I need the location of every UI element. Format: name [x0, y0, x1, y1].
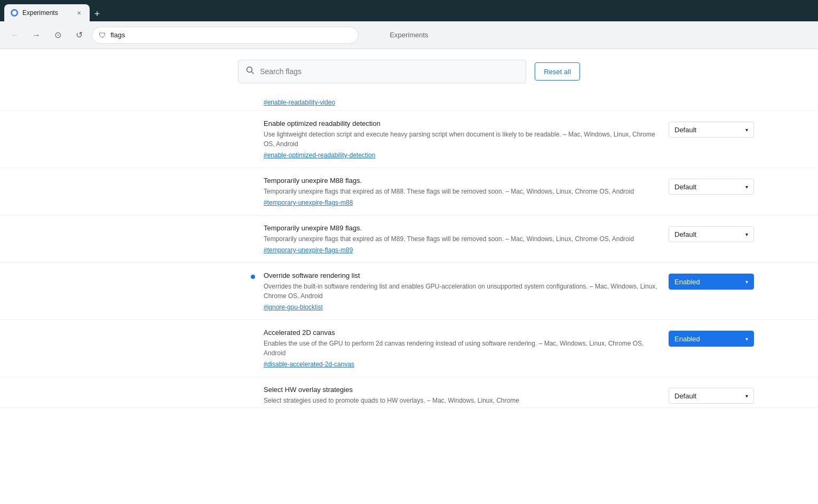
forward-button[interactable]: → — [28, 27, 45, 44]
svg-point-0 — [12, 11, 17, 15]
flag-description: Enables the use of the GPU to perform 2d… — [264, 339, 658, 358]
chevron-down-icon: ▾ — [745, 279, 748, 285]
flag-item-accelerated-canvas: Accelerated 2D canvas Enables the use of… — [0, 320, 818, 377]
flag-description: Select strategies used to promote quads … — [264, 396, 658, 405]
flag-control: Default ▾ — [669, 226, 754, 242]
dropdown-value: Default — [674, 126, 696, 134]
tab-close-button[interactable]: ✕ — [75, 9, 83, 17]
reset-all-button[interactable]: Reset all — [535, 62, 580, 81]
nav-bar: ← → ⊙ ↺ 🛡 flags Experiments — [0, 21, 818, 49]
flag-link[interactable]: #ignore-gpu-blocklist — [264, 303, 323, 311]
new-tab-button[interactable]: + — [90, 6, 105, 21]
flag-content: #enable-readability-video — [264, 98, 754, 106]
dropdown-value: Enabled — [674, 335, 700, 343]
flag-control: Default ▾ — [669, 388, 754, 404]
flag-dropdown[interactable]: Enabled ▾ — [669, 331, 754, 347]
page-center-title: Experiments — [390, 31, 428, 39]
flags-container: #enable-readability-video Enable optimiz… — [0, 94, 818, 419]
flag-dropdown[interactable]: Enabled ▾ — [669, 274, 754, 290]
flag-link[interactable]: #disable-accelerated-2d-canvas — [264, 361, 354, 368]
chevron-down-icon: ▾ — [745, 184, 748, 190]
page-content: Reset all #enable-readability-video Enab… — [0, 49, 818, 504]
flag-description: Use lightweight detection script and exe… — [264, 130, 658, 149]
address-security-icon: 🛡 — [99, 31, 106, 39]
flag-title: Accelerated 2D canvas — [264, 329, 658, 337]
svg-point-1 — [247, 67, 252, 73]
search-icon — [246, 66, 255, 77]
flag-title: Override software rendering list — [264, 271, 658, 279]
address-bar[interactable]: 🛡 flags — [92, 27, 359, 44]
tab-bar: Experiments ✕ + — [4, 0, 105, 21]
flag-dropdown[interactable]: Default ▾ — [669, 388, 754, 404]
browser-chrome: Experiments ✕ + — [0, 0, 818, 21]
flag-description: Temporarily unexpire flags that expired … — [264, 234, 658, 244]
flag-dropdown[interactable]: Default ▾ — [669, 226, 754, 242]
chevron-down-icon: ▾ — [745, 127, 748, 133]
back-button[interactable]: ← — [6, 27, 23, 44]
flag-content: Temporarily unexpire M88 flags. Temporar… — [264, 177, 658, 206]
flag-item-optimized-readability: Enable optimized readability detection U… — [0, 111, 818, 168]
dropdown-value: Default — [674, 230, 696, 238]
flag-title: Temporarily unexpire M89 flags. — [264, 224, 658, 232]
flag-content: Select HW overlay strategies Select stra… — [264, 386, 658, 407]
flag-title: Enable optimized readability detection — [264, 119, 658, 127]
flag-description: Overrides the built-in software renderin… — [264, 282, 658, 301]
flag-content: Override software rendering list Overrid… — [264, 271, 658, 311]
refresh-button[interactable]: ↺ — [70, 27, 88, 44]
flag-title: Select HW overlay strategies — [264, 386, 658, 394]
flag-content: Temporarily unexpire M89 flags. Temporar… — [264, 224, 658, 254]
search-bar-container: Reset all — [0, 49, 818, 94]
flag-control: Enabled ▾ — [669, 274, 754, 290]
flag-control: Default ▾ — [669, 179, 754, 195]
flag-item-hw-overlay: Select HW overlay strategies Select stra… — [0, 377, 818, 408]
flag-link[interactable]: #enable-optimized-readability-detection — [264, 151, 375, 159]
flag-link-readability-video[interactable]: #enable-readability-video — [264, 99, 335, 106]
search-input[interactable] — [260, 67, 518, 76]
flag-dropdown[interactable]: Default ▾ — [669, 179, 754, 195]
address-text: flags — [110, 31, 125, 39]
flag-title: Temporarily unexpire M88 flags. — [264, 177, 658, 185]
flag-content: Accelerated 2D canvas Enables the use of… — [264, 329, 658, 368]
home-button[interactable]: ⊙ — [49, 27, 66, 44]
dropdown-value: Default — [674, 183, 696, 191]
flag-item-readability-video: #enable-readability-video — [0, 94, 818, 111]
flag-item-unexpire-m89: Temporarily unexpire M89 flags. Temporar… — [0, 215, 818, 263]
experiments-tab[interactable]: Experiments ✕ — [4, 4, 90, 21]
svg-line-2 — [252, 72, 254, 74]
dropdown-value: Default — [674, 392, 696, 400]
flag-item-unexpire-m88: Temporarily unexpire M88 flags. Temporar… — [0, 168, 818, 215]
flag-control: Enabled ▾ — [669, 331, 754, 347]
chevron-down-icon: ▾ — [745, 393, 748, 399]
dropdown-value: Enabled — [674, 278, 700, 286]
flag-dropdown[interactable]: Default ▾ — [669, 122, 754, 138]
flag-description: Temporarily unexpire flags that expired … — [264, 187, 658, 196]
tab-favicon — [11, 9, 18, 17]
flag-link[interactable]: #temporary-unexpire-flags-m89 — [264, 246, 353, 254]
chevron-down-icon: ▾ — [745, 336, 748, 342]
chevron-down-icon: ▾ — [745, 231, 748, 237]
search-box — [238, 60, 526, 83]
flag-control: Default ▾ — [669, 122, 754, 138]
flag-link[interactable]: #temporary-unexpire-flags-m88 — [264, 199, 353, 206]
tab-title: Experiments — [22, 9, 58, 17]
flag-item-override-rendering: Override software rendering list Overrid… — [0, 263, 818, 320]
flag-content: Enable optimized readability detection U… — [264, 119, 658, 159]
